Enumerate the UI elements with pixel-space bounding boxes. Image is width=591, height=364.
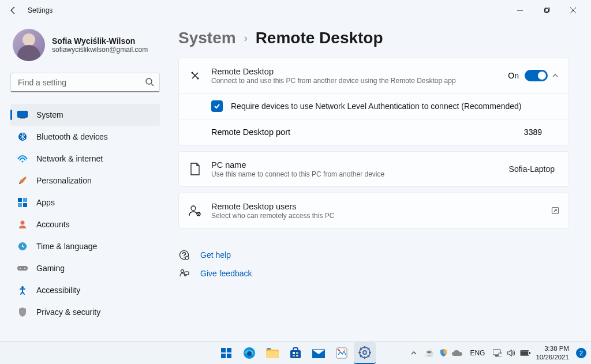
nav-privacy[interactable]: Privacy & security xyxy=(10,301,160,323)
settings-taskbar-icon[interactable] xyxy=(354,342,376,364)
svg-rect-56 xyxy=(499,353,502,357)
svg-point-24 xyxy=(184,257,185,258)
nla-row[interactable]: Require devices to use Network Level Aut… xyxy=(179,93,568,119)
nav-label: Network & internet xyxy=(36,154,103,163)
tray-app-icon[interactable]: ☕ xyxy=(424,347,435,359)
nav-apps[interactable]: Apps xyxy=(10,192,160,213)
nav-system[interactable]: System xyxy=(10,104,160,126)
row-title: Remote Desktop xyxy=(211,67,508,76)
taskbar-center xyxy=(215,342,376,364)
expand-chevron-icon[interactable] xyxy=(551,72,559,80)
nla-checkbox[interactable] xyxy=(211,100,223,112)
tray-security-icon[interactable] xyxy=(437,347,449,359)
nav-label: Personalization xyxy=(36,176,92,185)
user-profile[interactable]: Sofia Wyciślik-Wilson sofiawyciślikwilso… xyxy=(10,29,160,61)
row-title: PC name xyxy=(211,160,509,170)
svg-rect-30 xyxy=(221,354,226,358)
back-button[interactable] xyxy=(5,2,22,19)
svg-rect-27 xyxy=(185,272,189,275)
paint-icon[interactable] xyxy=(331,342,353,364)
nav-personalization[interactable]: Personalization xyxy=(10,170,160,192)
svg-rect-9 xyxy=(18,203,22,207)
remote-users-row[interactable]: Remote Desktop users Select who can remo… xyxy=(179,193,568,228)
nav-label: System xyxy=(36,110,63,119)
svg-rect-3 xyxy=(18,111,28,118)
nav-label: Bluetooth & devices xyxy=(36,132,108,141)
avatar xyxy=(13,29,45,61)
breadcrumb: System › Remote Desktop xyxy=(178,29,569,47)
port-row: Remote Desktop port 3389 xyxy=(179,119,568,145)
svg-point-19 xyxy=(197,78,199,80)
nav-accessibility[interactable]: Accessibility xyxy=(10,279,160,301)
svg-point-16 xyxy=(24,268,25,269)
start-button[interactable] xyxy=(215,342,237,364)
network-icon xyxy=(17,153,28,164)
apps-icon xyxy=(17,197,28,208)
mail-icon[interactable] xyxy=(308,342,330,364)
nav-accounts[interactable]: Accounts xyxy=(10,213,160,235)
open-external-icon[interactable] xyxy=(551,207,559,215)
nav-network[interactable]: Network & internet xyxy=(10,148,160,170)
svg-point-20 xyxy=(191,206,196,211)
feedback-icon xyxy=(178,268,190,279)
svg-point-45 xyxy=(363,351,366,354)
nav-label: Apps xyxy=(36,198,55,207)
svg-rect-55 xyxy=(495,355,498,357)
svg-rect-28 xyxy=(221,348,226,352)
search-input[interactable] xyxy=(10,73,160,92)
port-value: 3389 xyxy=(524,127,559,137)
notification-badge[interactable]: 2 xyxy=(576,348,586,358)
nav-time[interactable]: Time & language xyxy=(10,235,160,257)
row-description: Select who can remotely access this PC xyxy=(211,212,545,220)
svg-rect-37 xyxy=(293,352,295,354)
svg-rect-4 xyxy=(20,118,25,119)
remote-desktop-toggle[interactable] xyxy=(525,70,548,81)
sidebar: Sofia Wyciślik-Wilson sofiawyciślikwilso… xyxy=(0,21,170,341)
pc-name-value: Sofia-Laptop xyxy=(509,164,555,174)
svg-rect-34 xyxy=(266,351,279,358)
personalization-icon xyxy=(17,175,28,186)
user-name: Sofia Wyciślik-Wilson xyxy=(52,36,148,46)
nav-bluetooth[interactable]: Bluetooth & devices xyxy=(10,126,160,148)
document-icon xyxy=(188,162,202,176)
content-area: System › Remote Desktop Remote Desktop C… xyxy=(170,21,591,341)
pc-name-row[interactable]: PC name Use this name to connect to this… xyxy=(179,152,568,186)
svg-rect-36 xyxy=(290,350,301,358)
taskbar: ☕ ENG 3:38 PM 10/26/2021 2 xyxy=(0,341,591,364)
get-help-link[interactable]: Get help xyxy=(178,246,569,264)
svg-rect-14 xyxy=(17,266,28,271)
svg-rect-59 xyxy=(521,351,528,355)
toggle-state-label: On xyxy=(508,71,519,80)
nav-label: Time & language xyxy=(36,242,97,251)
explorer-icon[interactable] xyxy=(261,342,283,364)
gaming-icon xyxy=(17,263,28,273)
svg-point-6 xyxy=(22,161,24,163)
onedrive-icon[interactable] xyxy=(451,347,463,359)
svg-point-43 xyxy=(344,349,346,351)
minimize-button[interactable] xyxy=(507,1,533,20)
quick-settings[interactable] xyxy=(492,347,531,359)
remote-desktop-icon xyxy=(188,69,202,82)
link-label: Give feedback xyxy=(200,269,252,278)
breadcrumb-parent[interactable]: System xyxy=(178,29,236,47)
time-icon xyxy=(17,241,28,252)
maximize-button[interactable] xyxy=(533,1,560,20)
language-indicator[interactable]: ENG xyxy=(467,349,487,357)
remote-desktop-header-row[interactable]: Remote Desktop Connect to and use this P… xyxy=(179,58,568,93)
nav-label: Gaming xyxy=(36,264,65,273)
privacy-icon xyxy=(17,307,28,317)
svg-point-15 xyxy=(20,268,21,269)
nav-gaming[interactable]: Gaming xyxy=(10,257,160,279)
close-button[interactable] xyxy=(560,1,586,20)
edge-icon[interactable] xyxy=(238,342,260,364)
row-description: Use this name to connect to this PC from… xyxy=(211,170,509,178)
store-icon[interactable] xyxy=(285,342,306,364)
taskbar-right: ☕ ENG 3:38 PM 10/26/2021 2 xyxy=(409,344,591,361)
give-feedback-link[interactable]: Give feedback xyxy=(178,264,569,283)
users-icon xyxy=(188,204,202,217)
tray-overflow-icon[interactable] xyxy=(409,350,419,356)
window-title: Settings xyxy=(28,6,53,14)
window-controls xyxy=(507,1,586,20)
clock[interactable]: 3:38 PM 10/26/2021 xyxy=(536,344,571,361)
svg-rect-39 xyxy=(293,355,295,357)
